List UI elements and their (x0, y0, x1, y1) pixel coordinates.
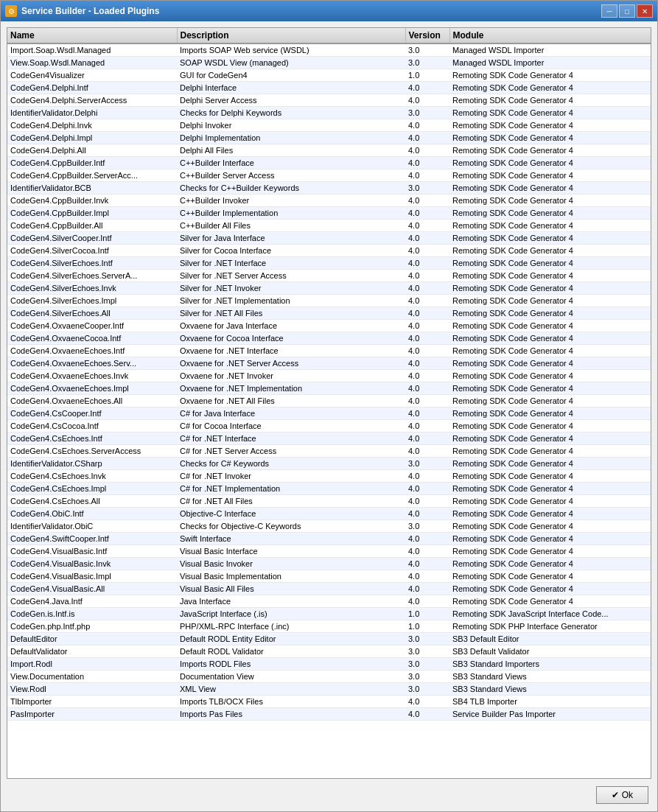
cell-description: Default RODL Entity Editor (177, 633, 405, 645)
table-row[interactable]: IdentifierValidator.CSharpChecks for C# … (7, 458, 651, 470)
table-row[interactable]: CodeGen4.CsEchoes.ServerAccessC# for .NE… (7, 445, 651, 458)
table-row[interactable]: CodeGen4.OxvaeneEchoes.InvkOxvaene for .… (7, 370, 651, 382)
table-row[interactable]: CodeGen4.SilverCocoa.IntfSilver for Coco… (7, 245, 651, 257)
ok-button[interactable]: ✔ Ok (596, 786, 648, 804)
cell-version: 3.0 (405, 658, 449, 671)
table-row[interactable]: CodeGen4.SilverEchoes.InvkSilver for .NE… (7, 282, 651, 295)
table-row[interactable]: CodeGen4.VisualBasic.AllVisual Basic All… (7, 583, 651, 595)
cell-name: CodeGen4.CsEchoes.All (7, 495, 177, 508)
table-row[interactable]: CodeGen4.CsEchoes.IntfC# for .NET Interf… (7, 433, 651, 445)
cell-version: 4.0 (405, 195, 449, 207)
table-row[interactable]: CodeGen4.ObiC.IntfObjective-C Interface4… (7, 508, 651, 520)
table-row[interactable]: CodeGen4.CsCocoa.IntfC# for Cocoa Interf… (7, 420, 651, 433)
table-row[interactable]: CodeGen4.Delphi.InvkDelphi Invoker4.0Rem… (7, 119, 651, 132)
col-header-description[interactable]: Description (177, 28, 405, 43)
table-row[interactable]: CodeGen4.CppBuilder.ImplC++Builder Imple… (7, 207, 651, 220)
cell-module: Remoting SDK Code Generator 4 (449, 545, 651, 558)
cell-name: CodeGen.is.Intf.is (7, 608, 177, 620)
table-row[interactable]: CodeGen4.CsCooper.IntfC# for Java Interf… (7, 407, 651, 420)
cell-name: CodeGen4.SilverEchoes.Invk (7, 282, 177, 295)
table-row[interactable]: CodeGen4.OxvaeneEchoes.AllOxvaene for .N… (7, 395, 651, 407)
table-row[interactable]: TlbImporterImports TLB/OCX Files4.0SB4 T… (7, 696, 651, 708)
table-row[interactable]: CodeGen4.Delphi.AllDelphi All Files4.0Re… (7, 144, 651, 157)
cell-version: 4.0 (405, 583, 449, 595)
table-row[interactable]: View.RodlXML View3.0SB3 Standard Views (7, 683, 651, 696)
cell-description: Java Interface (177, 595, 405, 608)
cell-description: Swift Interface (177, 533, 405, 545)
table-row[interactable]: CodeGen4.Java.IntfJava Interface4.0Remot… (7, 595, 651, 608)
col-header-version[interactable]: Version (405, 28, 449, 43)
table-row[interactable]: CodeGen4.OxvaeneCocoa.IntfOxvaene for Co… (7, 332, 651, 345)
cell-name: CodeGen4.CsCocoa.Intf (7, 420, 177, 433)
table-body: Import.Soap.Wsdl.ManagedImports SOAP Web… (7, 43, 651, 721)
table-row[interactable]: CodeGen4.OxvaeneCooper.IntfOxvaene for J… (7, 320, 651, 332)
table-row[interactable]: CodeGen4.Delphi.ImplDelphi Implementatio… (7, 132, 651, 144)
cell-name: CodeGen4.Java.Intf (7, 595, 177, 608)
table-row[interactable]: CodeGen4.OxvaeneEchoes.Serv...Oxvaene fo… (7, 357, 651, 370)
cell-name: CodeGen4.OxvaeneCooper.Intf (7, 320, 177, 332)
main-window: ⚙ Service Builder - Loaded Plugins ─ □ ✕… (0, 0, 658, 812)
table-row[interactable]: IdentifierValidator.BCBChecks for C++Bui… (7, 182, 651, 195)
table-row[interactable]: CodeGen.is.Intf.isJavaScript Interface (… (7, 608, 651, 620)
cell-version: 4.0 (405, 508, 449, 520)
cell-name: CodeGen4.CsEchoes.Intf (7, 433, 177, 445)
table-row[interactable]: View.Soap.Wsdl.ManagedSOAP WSDL View (ma… (7, 57, 651, 69)
cell-name: View.Rodl (7, 683, 177, 696)
cell-description: C++Builder Server Access (177, 169, 405, 182)
table-row[interactable]: CodeGen4.OxvaeneEchoes.IntfOxvaene for .… (7, 345, 651, 357)
close-button[interactable]: ✕ (637, 4, 653, 18)
cell-description: C# for .NET Server Access (177, 445, 405, 458)
table-row[interactable]: CodeGen4.VisualBasic.InvkVisual Basic In… (7, 558, 651, 570)
cell-module: Remoting SDK Code Generator 4 (449, 282, 651, 295)
table-row[interactable]: CodeGen4.SilverEchoes.ImplSilver for .NE… (7, 295, 651, 307)
table-row[interactable]: CodeGen4.SilverEchoes.IntfSilver for .NE… (7, 257, 651, 270)
cell-description: Checks for C# Keywords (177, 458, 405, 470)
cell-module: Remoting SDK Code Generator 4 (449, 119, 651, 132)
cell-description: Imports RODL Files (177, 658, 405, 671)
table-row[interactable]: CodeGen4.CsEchoes.InvkC# for .NET Invoke… (7, 470, 651, 483)
table-row[interactable]: CodeGen4.SilverEchoes.AllSilver for .NET… (7, 307, 651, 320)
maximize-button[interactable]: □ (619, 4, 635, 18)
table-row[interactable]: CodeGen4.VisualBasic.ImplVisual Basic Im… (7, 570, 651, 583)
cell-description: Oxvaene for .NET Implementation (177, 382, 405, 395)
col-header-module[interactable]: Module (449, 28, 651, 43)
cell-description: C++Builder Invoker (177, 195, 405, 207)
cell-name: CodeGen4.ObiC.Intf (7, 508, 177, 520)
table-row[interactable]: CodeGen4.CppBuilder.IntfC++Builder Inter… (7, 157, 651, 169)
col-header-name[interactable]: Name (7, 28, 177, 43)
cell-name: IdentifierValidator.BCB (7, 182, 177, 195)
table-row[interactable]: View.DocumentationDocumentation View3.0S… (7, 671, 651, 683)
table-row[interactable]: CodeGen4.Delphi.IntfDelphi Interface4.0R… (7, 82, 651, 94)
plugins-table-container[interactable]: Name Description Version Module Import.S… (7, 27, 651, 779)
cell-version: 4.0 (405, 307, 449, 320)
table-row[interactable]: DefaultEditorDefault RODL Entity Editor3… (7, 633, 651, 645)
cell-version: 4.0 (405, 257, 449, 270)
table-row[interactable]: CodeGen4.SilverEchoes.ServerA...Silver f… (7, 270, 651, 282)
cell-version: 4.0 (405, 82, 449, 94)
table-row[interactable]: CodeGen4.CppBuilder.InvkC++Builder Invok… (7, 195, 651, 207)
cell-module: Remoting SDK Code Generator 4 (449, 169, 651, 182)
cell-version: 4.0 (405, 207, 449, 220)
table-row[interactable]: Import.Soap.Wsdl.ManagedImports SOAP Web… (7, 43, 651, 57)
cell-module: Remoting SDK Code Generator 4 (449, 182, 651, 195)
table-row[interactable]: CodeGen4.CppBuilder.ServerAcc...C++Build… (7, 169, 651, 182)
cell-name: CodeGen4.VisualBasic.Impl (7, 570, 177, 583)
table-row[interactable]: CodeGen4.VisualBasic.IntfVisual Basic In… (7, 545, 651, 558)
table-row[interactable]: CodeGen4.Delphi.ServerAccessDelphi Serve… (7, 94, 651, 107)
table-row[interactable]: CodeGen4.CsEchoes.ImplC# for .NET Implem… (7, 483, 651, 495)
table-row[interactable]: DefaultValidatorDefault RODL Validator3.… (7, 645, 651, 658)
cell-module: Remoting SDK Code Generator 4 (449, 458, 651, 470)
table-row[interactable]: CodeGen4.CsEchoes.AllC# for .NET All Fil… (7, 495, 651, 508)
table-row[interactable]: CodeGen4.SwiftCooper.IntfSwift Interface… (7, 533, 651, 545)
table-row[interactable]: Import.RodlImports RODL Files3.0SB3 Stan… (7, 658, 651, 671)
table-row[interactable]: IdentifierValidator.DelphiChecks for Del… (7, 107, 651, 119)
table-row[interactable]: PasImporterImports Pas Files4.0Service B… (7, 708, 651, 721)
table-row[interactable]: CodeGen4VisualizerGUI for CodeGen41.0Rem… (7, 69, 651, 82)
table-row[interactable]: CodeGen4.CppBuilder.AllC++Builder All Fi… (7, 220, 651, 232)
table-row[interactable]: CodeGen4.SilverCooper.IntfSilver for Jav… (7, 232, 651, 245)
minimize-button[interactable]: ─ (601, 4, 617, 18)
cell-description: C# for .NET Interface (177, 433, 405, 445)
table-row[interactable]: CodeGen.php.Intf.phpPHP/XML-RPC Interfac… (7, 620, 651, 633)
table-row[interactable]: IdentifierValidator.ObiCChecks for Objec… (7, 520, 651, 533)
table-row[interactable]: CodeGen4.OxvaeneEchoes.ImplOxvaene for .… (7, 382, 651, 395)
